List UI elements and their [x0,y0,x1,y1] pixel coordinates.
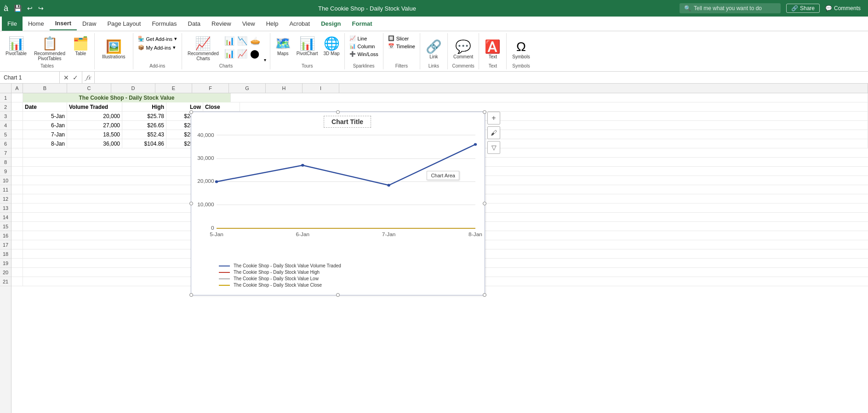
cell-b4[interactable]: 6-Jan [23,121,67,130]
cell-b3[interactable]: 5-Jan [23,112,67,121]
row-numbers: 1 2 3 4 5 6 7 8 9 10 11 12 13 14 15 16 1… [0,93,11,413]
confirm-formula-icon[interactable]: ✓ [72,73,79,82]
tab-insert[interactable]: Insert [50,17,77,30]
cell-b2[interactable]: Date [23,102,67,112]
comments-button[interactable]: 💬 Comments [822,4,864,12]
col-header-j[interactable] [339,84,868,93]
tab-format[interactable]: Format [347,17,378,30]
bar-chart-button[interactable]: 📊 [223,48,235,60]
cell-b6[interactable]: 8-Jan [23,139,67,148]
cell-e2[interactable]: Low [166,102,203,112]
chart-filters-button[interactable]: ▽ [487,141,500,154]
chart-object[interactable]: Chart Title 0 [191,112,485,295]
cell-b1-merged[interactable]: The Cookie Shop - Daily Stock Value [23,93,231,102]
scatter-chart-button[interactable]: ⬤ [249,48,260,60]
cell-c3[interactable]: 20,000 [67,112,122,121]
tab-draw[interactable]: Draw [77,17,102,30]
col-header-c[interactable]: C [67,84,111,93]
handle-mr[interactable] [483,202,486,205]
handle-br[interactable] [483,293,486,297]
cell-c4[interactable]: 27,000 [67,121,122,130]
handle-ml[interactable] [189,202,193,205]
more-charts-button[interactable]: ▾ [263,57,267,63]
cell-d4[interactable]: $26.65 [122,121,166,130]
chart-plot-area[interactable]: 0 10,000 20,000 30,000 40,000 5-Jan 6-Ja… [217,135,475,228]
recommended-charts-button[interactable]: 📈 RecommendedCharts [185,35,222,62]
sparkline-line-button[interactable]: 📈 Line [348,35,380,42]
tell-me-search[interactable]: 🔍 Tell me what you want to do [680,3,781,13]
cell-c5[interactable]: 18,500 [67,130,122,139]
pivot-table-button[interactable]: 📊 PivotTable [3,35,29,57]
link-button[interactable]: 🔗 Link [423,38,445,60]
handle-tr[interactable] [483,110,486,114]
formula-input[interactable] [95,74,868,81]
cancel-formula-icon[interactable]: ✕ [63,73,70,82]
my-add-ins-button[interactable]: 📦 My Add-ins ▾ [136,44,179,51]
handle-tl[interactable] [189,110,193,114]
cell-d3[interactable]: $25.78 [122,112,166,121]
tab-data[interactable]: Data [183,17,206,30]
text-ribbon-button[interactable]: 🅰️ Text [482,38,503,60]
add-chart-element-button[interactable]: + [487,112,500,124]
col-header-b[interactable]: B [23,84,67,93]
pivot-chart-button[interactable]: 📊 PivotChart [295,35,320,57]
column-chart-button[interactable]: 📊 [223,35,235,47]
tab-file[interactable]: File [2,17,23,31]
cell-a2[interactable] [11,102,23,112]
comment-ribbon-button[interactable]: 💬 Comment [451,38,476,60]
cell-a5[interactable] [11,130,23,139]
cell-a1[interactable] [11,93,23,102]
chart-styles-button[interactable]: 🖌 [487,126,500,139]
name-box[interactable]: Chart 1 [0,72,60,83]
three-d-map-button[interactable]: 🌐 3D Map [322,35,342,57]
cell-c6[interactable]: 36,000 [67,139,122,148]
area-chart-button[interactable]: 📈 [236,48,248,60]
sparkline-column-button[interactable]: 📊 Column [348,43,380,50]
tab-page-layout[interactable]: Page Layout [102,17,146,30]
share-button[interactable]: 🔗 Share [786,4,820,13]
col-header-h[interactable]: H [266,84,303,93]
cell-c2[interactable]: Volume Traded [67,102,122,112]
tab-review[interactable]: Review [206,17,237,30]
tab-design[interactable]: Design [315,17,346,30]
cell-d6[interactable]: $104.86 [122,139,166,148]
cell-a4[interactable] [11,121,23,130]
tab-formulas[interactable]: Formulas [146,17,182,30]
undo-icon[interactable]: ↩ [25,4,34,13]
illustrations-button[interactable]: 🖼️ Illustrations [98,38,129,60]
col-header-i[interactable]: I [303,84,339,93]
get-add-ins-button[interactable]: 🏪 Get Add-ins ▾ [136,35,179,43]
handle-tm[interactable] [336,110,340,114]
pie-chart-button[interactable]: 🥧 [249,35,261,47]
table-button[interactable]: 🗂️ Table [70,35,91,57]
cell-a3[interactable] [11,112,23,121]
sparkline-winloss-button[interactable]: ➕ Win/Loss [348,51,380,57]
timeline-button[interactable]: 📅 Timeline [386,43,417,50]
col-header-a[interactable]: A [11,84,23,93]
symbols-button[interactable]: Ω Symbols [509,39,532,60]
tab-help[interactable]: Help [261,17,284,30]
tab-acrobat[interactable]: Acrobat [284,17,315,30]
handle-bl[interactable] [189,293,193,297]
cell-d5[interactable]: $52.43 [122,130,166,139]
col-header-f[interactable]: F [192,84,229,93]
cell-b5[interactable]: 7-Jan [23,130,67,139]
tab-view[interactable]: View [237,17,261,30]
cell-g2[interactable] [240,102,868,112]
col-header-d[interactable]: D [111,84,155,93]
col-header-g[interactable]: G [229,84,266,93]
cell-a6[interactable] [11,139,23,148]
cell-g1[interactable] [231,93,868,102]
handle-bm[interactable] [336,293,340,297]
maps-button[interactable]: 🗺️ Maps [273,35,293,57]
recommended-pivottables-button[interactable]: 📋 RecommendedPivotTables [31,35,68,62]
save-icon[interactable]: 💾 [12,4,23,13]
slicer-button[interactable]: 🔲 Slicer [386,35,417,42]
tab-home[interactable]: Home [23,17,50,30]
redo-icon[interactable]: ↪ [36,4,46,13]
line-chart-button[interactable]: 📉 [236,35,248,47]
cell-d2[interactable]: High [122,102,166,112]
col-header-e[interactable]: E [155,84,192,93]
chart-title[interactable]: Chart Title [324,116,371,128]
cell-f2[interactable]: Close [203,102,240,112]
